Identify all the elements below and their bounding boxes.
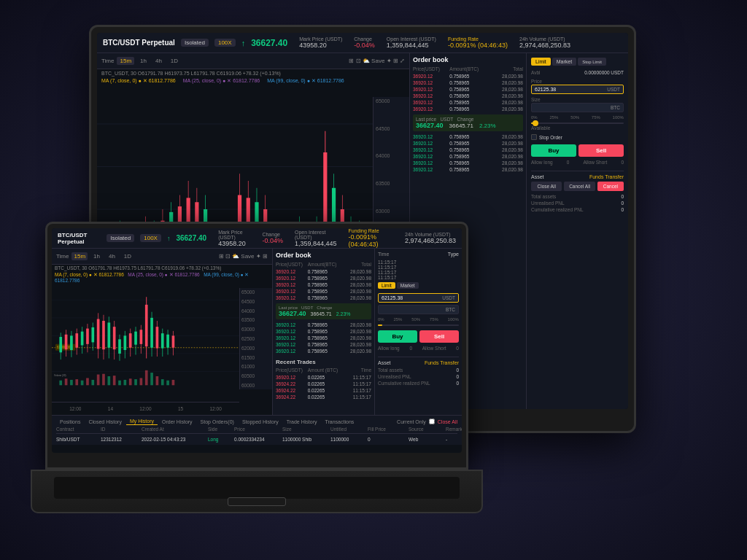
monitor-change-label: Change	[354, 36, 375, 42]
svg-rect-112	[150, 318, 153, 348]
monitor-last-price-row: Last price USDT Change 36627.40 36645.71…	[413, 114, 523, 131]
laptop-tab-closed[interactable]: Closed History	[85, 419, 125, 425]
rt-a-3: 0.02265	[308, 388, 340, 393]
laptop-body	[31, 470, 483, 513]
list-item: 36920.120.75896528,020.98	[276, 341, 371, 348]
laptop-tx-tabs: Positions Closed History My History Orde…	[56, 418, 457, 425]
laptop-change-group: Change -0.04%	[262, 232, 283, 244]
ob-sp-1: 36920.12	[276, 269, 308, 274]
monitor-slider-bar[interactable]	[531, 122, 624, 124]
svg-rect-78	[59, 337, 62, 352]
laptop-ob-h-price: Price(USDT)	[276, 262, 308, 267]
monitor-ob-title: Order book	[413, 56, 523, 63]
laptop-rt-h-amount: Amount (BTC)	[308, 368, 340, 373]
ob-sell-amount: 0.758965	[449, 74, 486, 79]
svg-rect-124	[75, 379, 78, 385]
monitor-y-63500: 63500	[376, 181, 407, 186]
laptop-th-price: Price	[234, 427, 282, 432]
laptop-market-tab[interactable]: Market	[397, 282, 419, 289]
monitor-funds-transfer[interactable]: Funds Transfer	[589, 174, 624, 179]
ob-sell-price: 36920.12	[413, 80, 449, 85]
laptop-tf-15m[interactable]: 15m	[71, 252, 88, 260]
monitor-tf-1h[interactable]: 1h	[137, 57, 150, 65]
ob-sp-2: 36920.12	[276, 276, 308, 281]
monitor-mark-value: 43958.20	[299, 42, 342, 49]
monitor-slider-thumb[interactable]	[533, 120, 538, 126]
laptop-tf-1h[interactable]: 1h	[90, 252, 103, 260]
monitor-y-64000: 64000	[376, 153, 407, 158]
laptop-size-currency: BTC	[446, 307, 455, 312]
laptop-limit-tab[interactable]: Limit	[378, 282, 395, 289]
laptop-tab-order-history[interactable]: Order History	[158, 419, 196, 425]
monitor-close-all-button[interactable]: Close All	[531, 182, 562, 191]
laptop-tab-transactions[interactable]: Transactions	[321, 419, 357, 425]
ob-sell-price: 36920.12	[413, 87, 449, 92]
monitor-total-assets-value: 0	[621, 194, 624, 199]
monitor-market-tab[interactable]: Market	[552, 58, 576, 66]
svg-rect-130	[107, 376, 110, 385]
ob-buy-amount: 0.758965	[449, 167, 486, 172]
laptop-tf-1d[interactable]: 1D	[121, 252, 134, 260]
monitor-tf-15m[interactable]: 15m	[117, 57, 134, 65]
laptop-total-assets-row: Total assets 0	[378, 368, 459, 373]
monitor-allow-short-label: Allow Short	[583, 160, 607, 165]
laptop-th-contract: Contract	[56, 427, 100, 432]
laptop-mark-price-group: Mark Price (USDT) 43958.20	[218, 230, 250, 247]
laptop-vol-label: 24h Volume (USDT)	[405, 232, 456, 237]
monitor-buy-button[interactable]: Buy	[531, 144, 576, 157]
svg-rect-114	[156, 327, 159, 348]
monitor-price-input[interactable]: 62125.38 USDT	[531, 85, 624, 94]
monitor-slider-track[interactable]	[531, 122, 624, 124]
laptop-fr-value: -0.0091% (04:46:43)	[349, 233, 393, 248]
laptop-tab-stopped[interactable]: Stopped History	[239, 419, 282, 425]
svg-rect-100	[118, 339, 121, 354]
tx-side: Long	[208, 437, 233, 442]
laptop-allow-short-val: 0	[456, 346, 459, 351]
laptop-allow-long-label: Allow long	[378, 346, 400, 351]
ob-buy-amount: 0.758965	[449, 154, 486, 159]
laptop-close-all-tx[interactable]: Close All	[438, 419, 457, 424]
laptop-tab-trade-history[interactable]: Trade History	[283, 419, 321, 425]
laptop-t1: 11:15:17	[378, 260, 459, 265]
ob-bt-1: 28,020.98	[339, 322, 371, 327]
monitor-ob-h-amount: Amount(BTC)	[449, 66, 486, 71]
laptop-buy-button[interactable]: Buy	[378, 330, 417, 343]
ob-sell-total: 28,020.98	[487, 100, 523, 105]
laptop-funds-transfer[interactable]: Funds Transfer	[425, 360, 459, 365]
list-item: 36924.220.0226511:15:17	[276, 394, 371, 400]
monitor-cancel-button[interactable]: Cancel	[597, 182, 624, 191]
laptop-slider-track[interactable]	[378, 324, 459, 326]
laptop-rt-h-time: Time	[339, 368, 371, 373]
monitor-tf-1d[interactable]: 1D	[168, 57, 181, 65]
laptop-vol-group: 24h Volume (USDT) 2,974,468,250.83	[405, 232, 456, 244]
monitor-allow-long-val: 0	[567, 160, 570, 165]
monitor-total-assets-row: Total assets 0	[531, 194, 624, 199]
monitor-sell-button[interactable]: Sell	[578, 144, 624, 157]
laptop-sell-button[interactable]: Sell	[419, 330, 459, 343]
laptop-rt-h-price: Price(USDT)	[276, 368, 308, 373]
ob-ba-1: 0.758965	[308, 322, 340, 327]
laptop-size-input[interactable]: BTC	[378, 305, 459, 314]
laptop-leverage: 100X	[140, 234, 161, 242]
monitor-allow-row: Allow long 0 Allow Short 0	[531, 160, 624, 165]
svg-rect-137	[145, 370, 148, 385]
laptop-trading-ui: BTC/USDT Perpetual Isolated 100X ↑ 36627…	[52, 228, 462, 453]
svg-rect-140	[161, 379, 164, 385]
monitor-cancel-all-button[interactable]: Cancel All	[564, 182, 595, 191]
svg-rect-104	[129, 333, 132, 348]
monitor-stop-limit-tab[interactable]: Stop Limit	[578, 58, 606, 66]
laptop-price-input[interactable]: 62125.38 USDT	[378, 293, 459, 303]
monitor-price-info: BTC_USDT, 30 O61791.78 H61973.75 L61791.…	[97, 69, 409, 77]
monitor-cumulative-value: 0	[621, 207, 624, 212]
laptop-tab-positions[interactable]: Positions	[56, 419, 84, 425]
laptop-tab-my-history[interactable]: My History	[126, 418, 158, 425]
monitor-limit-tab[interactable]: Limit	[531, 58, 551, 66]
monitor-size-input[interactable]: BTC	[531, 103, 624, 112]
monitor-sl-50: 50%	[570, 115, 579, 120]
monitor-stop-order-checkbox[interactable]	[531, 134, 537, 140]
monitor-tf-4h[interactable]: 4h	[152, 57, 165, 65]
laptop-tf-4h[interactable]: 4h	[106, 252, 118, 260]
laptop-current-only-checkbox[interactable]	[429, 419, 435, 424]
tx-fill-price: 0	[368, 437, 408, 442]
laptop-tab-stop-orders[interactable]: Stop Orders(0)	[197, 419, 238, 425]
